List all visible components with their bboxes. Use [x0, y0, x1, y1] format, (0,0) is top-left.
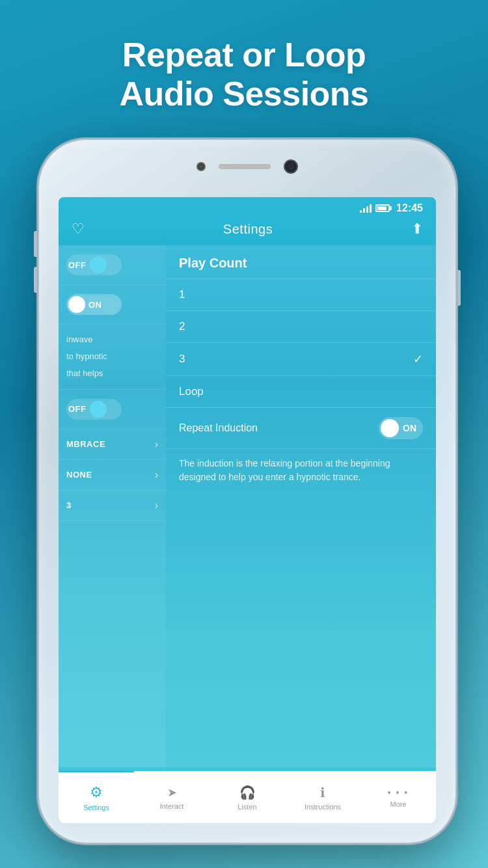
loop-item[interactable]: Loop: [166, 376, 436, 408]
nav-label-none: NONE: [66, 470, 92, 480]
toggle-off-1[interactable]: OFF: [66, 254, 122, 275]
loop-label: Loop: [179, 385, 204, 398]
volume-button-down: [34, 267, 37, 293]
tab-bar: ⚙ Settings ➤ Interact 🎧 Listen ℹ Instruc…: [59, 771, 436, 823]
front-camera-left: [197, 162, 206, 171]
left-toggle-row-2[interactable]: ON: [59, 285, 166, 325]
section-header-play-count: Play Count: [166, 245, 436, 279]
tab-listen[interactable]: 🎧 Listen: [210, 771, 285, 823]
battery-icon: [375, 204, 390, 212]
tab-more-label: More: [390, 800, 406, 808]
app-header: ♡ Settings ⬆: [59, 217, 436, 245]
tab-interact[interactable]: ➤ Interact: [134, 771, 210, 823]
tab-settings[interactable]: ⚙ Settings: [59, 771, 134, 823]
play-count-value-3: 3: [179, 353, 185, 366]
phone-screen: 12:45 ♡ Settings ⬆ OFF: [59, 197, 436, 823]
share-icon[interactable]: ⬆: [411, 221, 423, 237]
play-count-item-3[interactable]: 3 ✓: [166, 343, 436, 376]
induction-description: The induction is the relaxing portion at…: [166, 449, 436, 492]
section-title-play-count: Play Count: [179, 256, 247, 270]
chevron-icon-none: ›: [155, 469, 158, 481]
status-time: 12:45: [396, 202, 423, 214]
front-camera-right: [284, 159, 298, 174]
nav-label-mbrace: MBRACE: [66, 439, 105, 449]
chevron-icon-3: ›: [155, 500, 158, 511]
more-icon: • • •: [388, 787, 409, 798]
repeat-induction-state: ON: [403, 423, 416, 433]
left-toggle-row-3[interactable]: OFF: [59, 390, 166, 429]
tab-interact-label: Interact: [160, 802, 184, 810]
play-count-item-2[interactable]: 2: [166, 311, 436, 343]
interact-icon: ➤: [167, 785, 177, 800]
tab-listen-label: Listen: [237, 803, 256, 811]
play-count-item-1[interactable]: 1: [166, 279, 436, 311]
left-panel: OFF ON inwave to hypnotic that helps: [59, 245, 166, 767]
play-count-value-2: 2: [179, 320, 185, 333]
phone-frame: 12:45 ♡ Settings ⬆ OFF: [39, 140, 455, 843]
header-title: Settings: [223, 222, 273, 237]
nav-label-3: 3: [66, 500, 72, 510]
toggle-on-1[interactable]: ON: [66, 294, 122, 315]
signal-icon: [360, 204, 372, 213]
info-icon: ℹ: [320, 785, 325, 800]
tab-settings-label: Settings: [83, 804, 109, 811]
toggle-off-label-2: OFF: [68, 404, 87, 414]
tab-instructions[interactable]: ℹ Instructions: [285, 771, 360, 823]
toggle-knob-1: [90, 256, 107, 273]
repeat-induction-label: Repeat Induction: [179, 422, 258, 434]
status-bar: 12:45: [59, 197, 436, 217]
nav-row-3[interactable]: 3 ›: [59, 491, 166, 521]
heart-icon[interactable]: ♡: [72, 221, 85, 237]
chevron-icon-mbrace: ›: [155, 439, 158, 450]
left-description: inwave to hypnotic that helps: [59, 325, 166, 390]
toggle-knob-2: [68, 296, 85, 313]
nav-row-none[interactable]: NONE ›: [59, 460, 166, 491]
headphones-icon: 🎧: [239, 785, 256, 800]
toggle-off-label-1: OFF: [68, 260, 87, 270]
tab-more[interactable]: • • • More: [360, 771, 436, 823]
toggle-off-2[interactable]: OFF: [66, 399, 122, 420]
repeat-induction-toggle[interactable]: ON: [379, 417, 423, 439]
repeat-induction-row[interactable]: Repeat Induction ON: [166, 408, 436, 449]
phone-top-hardware: [197, 159, 298, 174]
left-toggle-row-1[interactable]: OFF: [59, 245, 166, 285]
toggle-knob-3: [90, 401, 107, 418]
nav-row-mbrace[interactable]: MBRACE ›: [59, 429, 166, 460]
checkmark-icon: ✓: [413, 352, 423, 366]
volume-button: [34, 231, 37, 257]
speaker-grille: [219, 164, 271, 169]
repeat-induction-knob: [381, 419, 399, 437]
toggle-on-label-1: ON: [88, 300, 102, 310]
power-button: [457, 270, 461, 306]
content-area: OFF ON inwave to hypnotic that helps: [59, 245, 436, 767]
settings-icon: ⚙: [90, 784, 103, 801]
play-count-value-1: 1: [179, 288, 185, 301]
right-panel: Play Count 1 2 3 ✓ Loop: [166, 245, 436, 767]
tab-instructions-label: Instructions: [305, 803, 341, 811]
